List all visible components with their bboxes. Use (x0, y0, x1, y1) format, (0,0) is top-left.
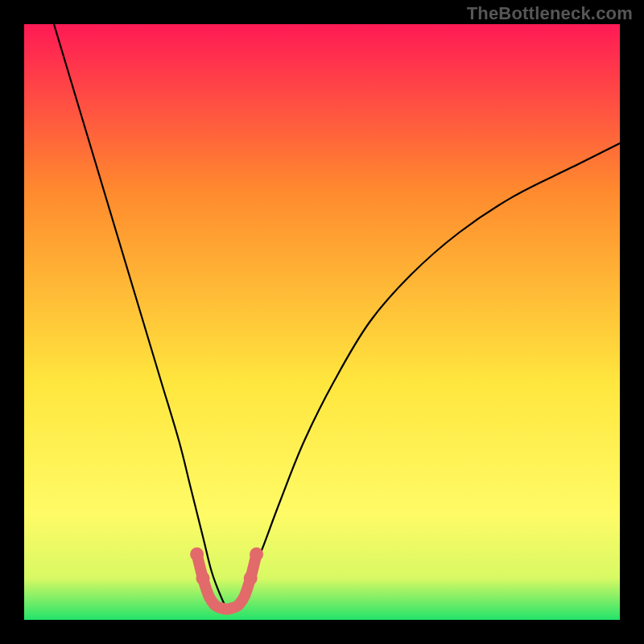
watermark-text: TheBottleneck.com (467, 3, 633, 24)
plot-area (24, 24, 620, 620)
chart-svg (24, 24, 620, 620)
highlight-dot (190, 547, 204, 561)
highlight-dot (250, 547, 263, 561)
highlight-dot (244, 572, 258, 585)
highlight-dot (196, 572, 210, 585)
gradient-background (24, 24, 620, 620)
chart-stage: TheBottleneck.com (0, 0, 644, 644)
